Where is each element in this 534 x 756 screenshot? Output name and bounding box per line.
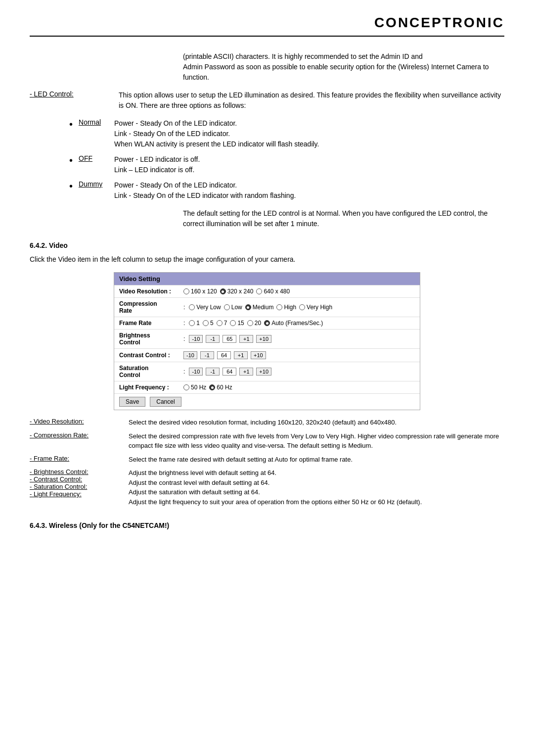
desc-label-resolution: - Video Resolution: <box>30 418 119 427</box>
vs-row-resolution: Video Resolution : 160 x 120 320 x 240 6… <box>114 285 420 297</box>
vs-controls-contrast[interactable]: -10 -1 64 +1 +10 <box>183 351 266 359</box>
resolution-label-320: 320 x 240 <box>227 288 254 295</box>
vs-label-saturation: SaturationControl <box>119 365 183 378</box>
radio-circle <box>183 384 189 390</box>
compression-low[interactable]: Low <box>224 304 242 311</box>
vs-label-resolution: Video Resolution : <box>119 288 183 295</box>
led-label: - LED Control: <box>30 90 109 111</box>
compression-label-l: Low <box>231 304 242 311</box>
radio-circle <box>224 304 230 310</box>
list-item: • OFF Power - LED indicator is off.Link … <box>69 154 504 175</box>
resolution-option-640[interactable]: 640 x 480 <box>256 288 290 295</box>
desc-text-resolution: Select the desired video resolution form… <box>129 418 504 427</box>
compression-very-high[interactable]: Very High <box>299 304 332 311</box>
framerate-label-20: 20 <box>255 320 261 327</box>
framerate-5[interactable]: 5 <box>203 320 214 327</box>
vs-controls-resolution: 160 x 120 320 x 240 640 x 480 <box>183 288 290 295</box>
radio-circle <box>203 320 209 326</box>
section-642-intro: Click the Video item in the left column … <box>30 254 504 265</box>
resolution-option-160[interactable]: 160 x 120 <box>183 288 217 295</box>
contrast-plus1[interactable]: +1 <box>234 351 248 359</box>
bullet-desc-normal: Power - Steady On of the LED indicator.L… <box>114 118 319 149</box>
radio-filled <box>220 288 226 294</box>
compression-medium[interactable]: Medium <box>245 304 274 311</box>
bullet-label-dummy: Dummy <box>79 180 108 188</box>
compression-very-low[interactable]: Very Low <box>189 304 221 311</box>
list-item: • Normal Power - Steady On of the LED in… <box>69 118 504 149</box>
vs-colon: : <box>183 335 185 342</box>
radio-filled <box>209 384 215 390</box>
vs-row-lightfreq: Light Frequency : 50 Hz 60 Hz <box>114 381 420 393</box>
saturation-plus10[interactable]: +10 <box>256 368 271 376</box>
framerate-label-5: 5 <box>210 320 214 327</box>
contrast-plus10[interactable]: +10 <box>251 351 266 359</box>
top-text-block: (printable ASCII) characters. It is high… <box>183 51 504 83</box>
vs-controls-lightfreq: 50 Hz 60 Hz <box>183 384 232 391</box>
bullet-label-normal: Normal <box>79 118 108 126</box>
framerate-label-auto: Auto (Frames/Sec.) <box>271 320 323 327</box>
framerate-1[interactable]: 1 <box>189 320 200 327</box>
vs-row-framerate: Frame Rate : 1 5 7 15 20 <box>114 317 420 329</box>
radio-circle <box>189 320 195 326</box>
saturation-plus1[interactable]: +1 <box>239 368 253 376</box>
page-header: CONCEPTRONIC <box>30 15 504 37</box>
section-642-heading: 6.4.2. Video <box>30 241 504 249</box>
section-643-heading: 6.4.3. Wireless (Only for the C54NETCAM!… <box>30 521 504 529</box>
radio-circle <box>276 304 282 310</box>
vs-row-compression: CompressionRate : Very Low Low Medium Hi… <box>114 297 420 317</box>
save-button[interactable]: Save <box>119 397 145 407</box>
radio-filled <box>245 304 251 310</box>
vs-controls-saturation[interactable]: -10 -1 64 +1 +10 <box>189 368 271 376</box>
vs-label-brightness: BrightnessControl <box>119 332 183 346</box>
framerate-label-1: 1 <box>196 320 200 327</box>
framerate-auto[interactable]: Auto (Frames/Sec.) <box>264 320 323 327</box>
desc-text-framerate: Select the frame rate desired with defau… <box>129 455 504 465</box>
brightness-minus10[interactable]: -10 <box>189 335 203 343</box>
bullet-label-off: OFF <box>79 154 108 162</box>
framerate-20[interactable]: 20 <box>247 320 261 327</box>
vs-row-contrast: Contrast Control : -10 -1 64 +1 +10 <box>114 348 420 362</box>
framerate-15[interactable]: 15 <box>230 320 244 327</box>
compression-high[interactable]: High <box>276 304 296 311</box>
cancel-button[interactable]: Cancel <box>150 397 181 407</box>
radio-circle <box>299 304 305 310</box>
admin-text: Admin Password as soon as possible to en… <box>183 63 489 81</box>
radio-filled <box>264 320 270 326</box>
brightness-value: 65 <box>222 335 236 343</box>
vs-label-lightfreq: Light Frequency : <box>119 384 183 391</box>
resolution-label-160: 160 x 120 <box>191 288 217 295</box>
video-setting-box: Video Setting Video Resolution : 160 x 1… <box>114 272 420 410</box>
desc-label-lightfreq: - Light Frequency: <box>30 490 119 498</box>
brand-logo: CONCEPTRONIC <box>30 15 504 31</box>
saturation-minus10[interactable]: -10 <box>189 368 203 376</box>
bullet-desc-dummy: Power - Steady On of the LED indicator.L… <box>114 180 296 201</box>
descriptions-section: - Video Resolution: Select the desired v… <box>30 418 504 507</box>
bullet-dot: • <box>69 154 73 166</box>
brightness-minus1[interactable]: -1 <box>206 335 220 343</box>
resolution-label-640: 640 x 480 <box>264 288 290 295</box>
framerate-label-15: 15 <box>237 320 244 327</box>
vs-row-brightness: BrightnessControl : -10 -1 65 +1 +10 <box>114 329 420 348</box>
radio-circle <box>189 304 195 310</box>
desc-text-lightfreq: Adjust the light frequency to suit your … <box>129 497 504 507</box>
framerate-label-7: 7 <box>224 320 227 327</box>
lightfreq-60hz[interactable]: 60 Hz <box>209 384 232 391</box>
saturation-minus1[interactable]: -1 <box>206 368 220 376</box>
brightness-plus10[interactable]: +10 <box>256 335 271 343</box>
desc-text-brightness: Adjust the brightness level with default… <box>129 468 504 478</box>
contrast-minus10[interactable]: -10 <box>183 351 197 359</box>
desc-row: - Frame Rate: Select the frame rate desi… <box>30 455 504 465</box>
contrast-minus1[interactable]: -1 <box>200 351 214 359</box>
vs-colon: : <box>183 320 185 327</box>
resolution-option-320[interactable]: 320 x 240 <box>220 288 254 295</box>
vs-controls-brightness[interactable]: -10 -1 65 +1 +10 <box>189 335 271 343</box>
brightness-plus1[interactable]: +1 <box>239 335 253 343</box>
desc-row: - Compression Rate: Select the desired c… <box>30 431 504 451</box>
radio-circle <box>183 288 189 294</box>
bullet-dot: • <box>69 180 73 192</box>
lightfreq-50hz[interactable]: 50 Hz <box>183 384 206 391</box>
vs-title: Video Setting <box>114 273 420 285</box>
radio-circle <box>217 320 222 326</box>
framerate-7[interactable]: 7 <box>217 320 227 327</box>
vs-controls-framerate: 1 5 7 15 20 Auto (Frames/Sec.) <box>189 320 323 327</box>
